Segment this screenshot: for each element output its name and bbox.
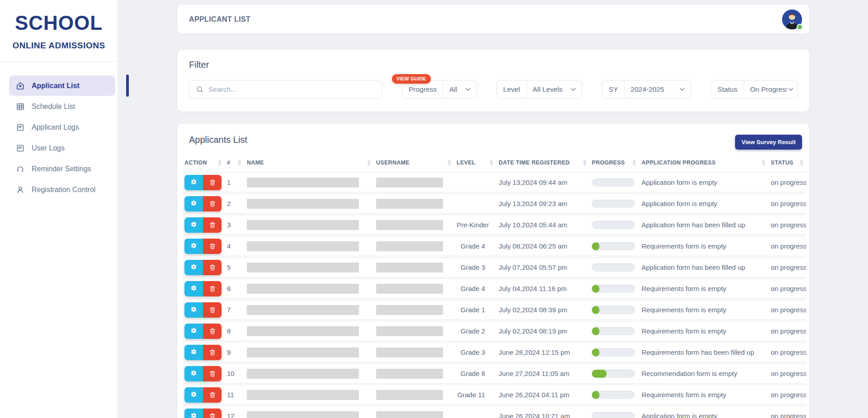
filter-title: Filter	[189, 60, 797, 70]
view-survey-result-button[interactable]: View Survey Result	[735, 135, 802, 150]
delete-button[interactable]	[203, 281, 222, 296]
sort-icon[interactable]	[448, 160, 451, 165]
settings-button[interactable]	[184, 345, 203, 360]
applicants-list-card: Applicants List View Survey Result ACTIO…	[177, 124, 809, 418]
progress-bar	[592, 306, 635, 314]
sidebar-item-schedule-list[interactable]: Schedule List	[9, 96, 115, 117]
delete-button[interactable]	[203, 175, 222, 190]
settings-button[interactable]	[184, 387, 203, 403]
filter-card: Filter VIEW GUIDE Progress All	[177, 50, 809, 112]
delete-button[interactable]	[203, 196, 222, 211]
sort-icon[interactable]	[367, 160, 371, 165]
settings-button[interactable]	[184, 196, 203, 211]
row-status: on progress	[768, 321, 806, 341]
row-number: 3	[224, 215, 244, 235]
row-level	[454, 193, 496, 214]
page-title: APPLICANT LIST	[189, 15, 250, 23]
settings-button[interactable]	[184, 409, 203, 418]
sort-icon[interactable]	[632, 160, 636, 165]
settings-button[interactable]	[184, 175, 203, 190]
delete-button[interactable]	[203, 260, 222, 275]
row-level	[454, 172, 496, 193]
status-filter-label: Status	[711, 80, 744, 99]
settings-button[interactable]	[184, 324, 203, 339]
sort-icon[interactable]	[800, 160, 803, 165]
table-row: 9 Grade 3 June 28,2024 12:15 pm Requirem…	[182, 342, 806, 362]
person-icon	[16, 185, 25, 194]
row-level: Grade 11	[454, 385, 496, 405]
sy-filter-select[interactable]: 2024-2025	[625, 80, 691, 99]
delete-button[interactable]	[203, 345, 222, 360]
column-header-num[interactable]: #	[227, 160, 241, 166]
settings-button[interactable]	[184, 302, 203, 318]
online-status-dot	[797, 24, 803, 30]
sort-icon[interactable]	[490, 160, 493, 165]
row-level: Grade 4	[454, 236, 496, 256]
column-header-date[interactable]: DATE TIME REGISTERED	[499, 160, 586, 166]
delete-button[interactable]	[203, 239, 222, 254]
username-placeholder	[376, 178, 443, 188]
row-level	[454, 406, 496, 418]
progress-filter-select[interactable]: All	[443, 80, 476, 99]
row-number: 10	[224, 363, 244, 384]
search-icon	[196, 85, 204, 94]
name-placeholder	[247, 178, 359, 188]
sy-filter-value: 2024-2025	[631, 85, 664, 94]
column-header-action[interactable]: ACTION	[184, 160, 222, 166]
column-header-status[interactable]: STATUS	[771, 160, 803, 166]
sidebar-item-applicant-list[interactable]: Applicant List	[9, 75, 115, 96]
delete-button[interactable]	[203, 302, 222, 318]
sidebar-item-user-logs[interactable]: User Logs	[9, 138, 115, 158]
sidebar-item-applicant-logs[interactable]: Applicant Logs	[9, 117, 115, 137]
chevron-down-icon	[788, 88, 793, 91]
column-header-level[interactable]: LEVEL	[457, 160, 493, 166]
column-header-username[interactable]: USERNAME	[376, 160, 451, 166]
name-placeholder	[247, 284, 359, 294]
delete-button[interactable]	[203, 217, 222, 233]
name-placeholder	[247, 220, 359, 230]
column-header-progress[interactable]: PROGRESS	[592, 160, 636, 166]
settings-button[interactable]	[184, 260, 203, 275]
username-placeholder	[376, 411, 443, 418]
level-filter-select[interactable]: All Levels	[527, 80, 582, 99]
settings-button[interactable]	[184, 281, 203, 296]
sort-icon[interactable]	[762, 160, 765, 165]
sort-icon[interactable]	[218, 160, 222, 165]
sort-icon[interactable]	[238, 160, 241, 165]
delete-button[interactable]	[203, 366, 222, 381]
avatar[interactable]	[782, 9, 802, 29]
row-date: July 02,2024 08:39 pm	[496, 300, 589, 320]
list-title: Applicants List	[189, 135, 247, 145]
sidebar-item-registration-control[interactable]: Registration Control	[9, 179, 115, 200]
trash-icon	[209, 200, 216, 207]
row-app-progress: Application form is empty	[639, 172, 768, 193]
search-input[interactable]	[208, 85, 376, 94]
settings-button[interactable]	[184, 366, 203, 381]
column-header-name[interactable]: NAME	[247, 160, 371, 166]
main-content: APPLICANT LIST Filter VIEW	[118, 0, 868, 418]
sort-icon[interactable]	[583, 160, 586, 165]
column-header-application-progress[interactable]: APPLICATION PROGRESS	[642, 160, 765, 166]
row-app-progress: Requirements form is empty	[639, 321, 768, 341]
row-date: July 02,2024 08:19 pm	[496, 321, 589, 341]
table-row: 6 Grade 4 July 04,2024 11:16 pm Requirem…	[182, 278, 806, 299]
progress-fill	[592, 370, 607, 378]
username-placeholder	[376, 390, 443, 400]
row-number: 6	[224, 278, 244, 299]
settings-button[interactable]	[184, 217, 203, 233]
username-placeholder	[376, 326, 443, 336]
top-header: APPLICANT LIST	[177, 5, 809, 34]
progress-fill	[592, 327, 599, 335]
delete-button[interactable]	[203, 387, 222, 403]
name-placeholder	[247, 199, 359, 209]
sidebar-item-reminder-settings[interactable]: Reminder Settings	[9, 159, 115, 179]
row-level: Grade 3	[454, 342, 496, 362]
row-number: 4	[224, 236, 244, 256]
delete-button[interactable]	[203, 409, 222, 418]
status-filter-select[interactable]: On Progress	[744, 80, 797, 99]
gear-icon	[190, 200, 198, 207]
row-date: July 08,2024 06:25 am	[496, 236, 589, 256]
view-guide-badge[interactable]: VIEW GUIDE	[392, 74, 431, 84]
settings-button[interactable]	[184, 239, 203, 254]
delete-button[interactable]	[203, 324, 222, 339]
